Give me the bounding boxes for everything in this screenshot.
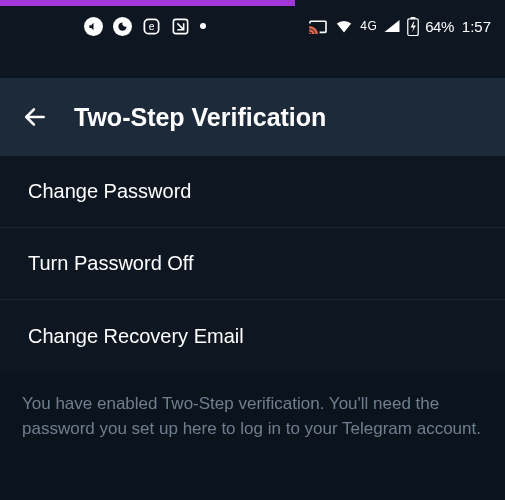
e-box-icon: e (142, 17, 161, 36)
moon-icon (113, 17, 132, 36)
helper-text-content: You have enabled Two-Step verification. … (22, 394, 481, 438)
list-item-change-recovery-email[interactable]: Change Recovery Email (0, 300, 505, 372)
screenshot-box-icon (171, 17, 190, 36)
list-item-change-password[interactable]: Change Password (0, 156, 505, 228)
svg-text:e: e (149, 21, 155, 32)
signal-icon (383, 18, 401, 34)
status-right: 4G 64% 1:57 (308, 17, 491, 36)
list-item-label: Change Password (28, 180, 191, 203)
list-item-label: Turn Password Off (28, 252, 194, 275)
app-bar: Two-Step Verification (0, 78, 505, 156)
page-title: Two-Step Verification (74, 103, 326, 132)
list-item-turn-password-off[interactable]: Turn Password Off (0, 228, 505, 300)
battery-percent: 64% (425, 18, 454, 35)
list-item-label: Change Recovery Email (28, 325, 244, 348)
status-bar: e 4G 64% 1:57 (0, 0, 505, 52)
notification-dot-icon (200, 23, 206, 29)
wifi-icon (334, 18, 354, 34)
clock: 1:57 (462, 18, 491, 35)
battery-charging-icon (407, 17, 419, 36)
cast-icon (308, 18, 328, 34)
network-label: 4G (360, 19, 377, 33)
back-button[interactable] (22, 104, 48, 130)
svg-rect-4 (411, 17, 416, 19)
settings-list: Change Password Turn Password Off Change… (0, 156, 505, 372)
mute-icon (84, 17, 103, 36)
status-left: e (84, 17, 206, 36)
helper-text: You have enabled Two-Step verification. … (0, 372, 505, 500)
